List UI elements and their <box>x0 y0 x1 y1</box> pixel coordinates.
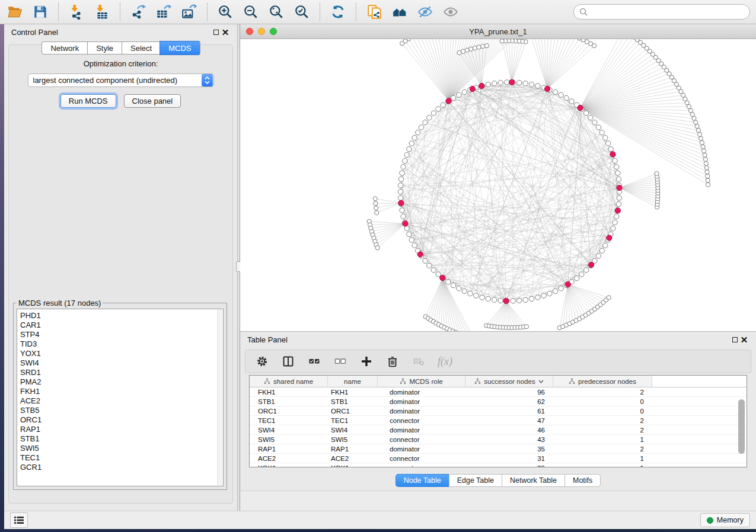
network-node[interactable] <box>427 263 432 268</box>
mcds-result-item[interactable]: SRD1 <box>20 368 220 377</box>
mcds-result-item[interactable]: STP4 <box>20 330 220 339</box>
network-node[interactable] <box>615 171 620 175</box>
network-node[interactable] <box>404 226 409 230</box>
network-canvas[interactable] <box>240 39 756 331</box>
zoom-out-icon[interactable] <box>242 3 260 21</box>
network-node[interactable] <box>575 275 579 280</box>
import-table-icon[interactable] <box>93 3 111 21</box>
tab-network-table[interactable]: Network Table <box>502 474 564 487</box>
mcds-node[interactable] <box>617 185 622 190</box>
network-node[interactable] <box>398 177 403 181</box>
leaf-node[interactable] <box>481 44 485 49</box>
network-node[interactable] <box>407 146 412 151</box>
export-network-icon[interactable] <box>129 3 147 21</box>
leaf-node[interactable] <box>374 201 378 206</box>
mcds-result-list[interactable]: PHD1CAR1STP4TID3YOX1SWI4SRD1PMA2FKH1ACE2… <box>17 309 224 486</box>
export-image-icon[interactable] <box>180 3 198 21</box>
network-node[interactable] <box>523 297 528 302</box>
network-node[interactable] <box>559 286 563 291</box>
tab-style[interactable]: Style <box>87 41 122 55</box>
mcds-result-item[interactable]: STB5 <box>20 406 220 415</box>
network-node[interactable] <box>436 107 441 111</box>
mcds-node[interactable] <box>615 208 620 213</box>
mcds-node[interactable] <box>589 262 594 267</box>
mcds-result-item[interactable]: ORC1 <box>20 415 220 425</box>
network-node[interactable] <box>614 164 619 169</box>
table-row[interactable]: FKH1FKH1dominator962 <box>250 387 747 397</box>
network-node[interactable] <box>605 141 610 146</box>
run-mcds-button[interactable]: Run MCDS <box>60 94 116 108</box>
leaf-node[interactable] <box>706 182 710 187</box>
tab-network[interactable]: Network <box>42 41 87 55</box>
network-node[interactable] <box>451 283 455 287</box>
table-row[interactable]: TEC1TEC1connector472 <box>250 416 747 425</box>
mcds-result-item[interactable]: PMA2 <box>20 377 220 387</box>
leaf-node[interactable] <box>696 128 700 132</box>
column-header-shared-name[interactable]: shared name <box>250 376 328 387</box>
leaf-node[interactable] <box>373 197 377 201</box>
mcds-result-item[interactable]: PHD1 <box>20 311 220 321</box>
network-node[interactable] <box>404 152 409 157</box>
copy-style-icon[interactable] <box>365 3 383 21</box>
leaf-node[interactable] <box>581 39 585 42</box>
mcds-result-item[interactable]: TID3 <box>20 339 220 349</box>
mcds-result-item[interactable]: ACE2 <box>20 396 220 406</box>
first-neighbors-icon[interactable] <box>391 3 409 21</box>
mcds-node[interactable] <box>479 84 484 89</box>
network-node[interactable] <box>498 298 503 303</box>
float-table-panel-icon[interactable] <box>730 335 739 345</box>
network-node[interactable] <box>603 243 608 248</box>
leaf-node[interactable] <box>635 39 639 42</box>
table-row[interactable]: YOX1YOX1connector291 <box>250 463 747 467</box>
network-node[interactable] <box>596 125 601 130</box>
network-node[interactable] <box>599 130 604 134</box>
mcds-node[interactable] <box>607 235 612 241</box>
network-node[interactable] <box>608 146 613 151</box>
search-input[interactable] <box>591 8 744 17</box>
network-node[interactable] <box>613 158 617 163</box>
network-node[interactable] <box>431 111 436 116</box>
tab-edge-table[interactable]: Edge Table <box>449 474 502 487</box>
network-node[interactable] <box>547 291 552 296</box>
leaf-node[interactable] <box>706 174 710 178</box>
network-node[interactable] <box>474 293 479 298</box>
mcds-node[interactable] <box>509 79 515 85</box>
zoom-selected-icon[interactable] <box>293 3 311 21</box>
network-node[interactable] <box>462 89 467 94</box>
network-node[interactable] <box>603 135 608 140</box>
table-row[interactable]: SWI4SWI4dominator462 <box>250 425 747 435</box>
network-node[interactable] <box>401 164 406 169</box>
delete-column-trash-icon[interactable] <box>385 354 400 368</box>
leaf-node[interactable] <box>655 171 659 175</box>
leaf-node[interactable] <box>702 149 706 153</box>
mcds-node[interactable] <box>545 86 550 91</box>
mcds-result-item[interactable]: TEC1 <box>20 453 220 463</box>
network-node[interactable] <box>616 201 621 206</box>
network-node[interactable] <box>423 120 428 124</box>
network-node[interactable] <box>462 289 467 293</box>
network-node[interactable] <box>564 95 569 100</box>
leaf-node[interactable] <box>374 206 378 210</box>
network-node[interactable] <box>407 232 412 236</box>
network-node[interactable] <box>398 196 403 200</box>
network-node[interactable] <box>535 295 540 300</box>
tab-motifs[interactable]: Motifs <box>564 474 601 487</box>
network-node[interactable] <box>441 102 445 107</box>
network-node[interactable] <box>596 254 601 258</box>
leaf-node[interactable] <box>701 145 705 149</box>
hide-selected-icon[interactable] <box>416 3 434 21</box>
import-network-icon[interactable] <box>68 3 85 21</box>
leaf-node[interactable] <box>469 47 473 51</box>
tab-select[interactable]: Select <box>122 41 160 55</box>
network-node[interactable] <box>511 299 515 303</box>
add-column-icon[interactable] <box>359 354 374 368</box>
deselect-all-icon[interactable] <box>333 354 347 368</box>
save-session-icon[interactable] <box>31 3 49 21</box>
open-file-icon[interactable] <box>6 3 24 21</box>
network-node[interactable] <box>617 196 621 200</box>
select-all-icon[interactable] <box>307 354 321 368</box>
network-node[interactable] <box>569 99 574 104</box>
network-node[interactable] <box>457 286 461 291</box>
show-all-icon[interactable] <box>442 3 460 21</box>
network-node[interactable] <box>616 177 621 181</box>
